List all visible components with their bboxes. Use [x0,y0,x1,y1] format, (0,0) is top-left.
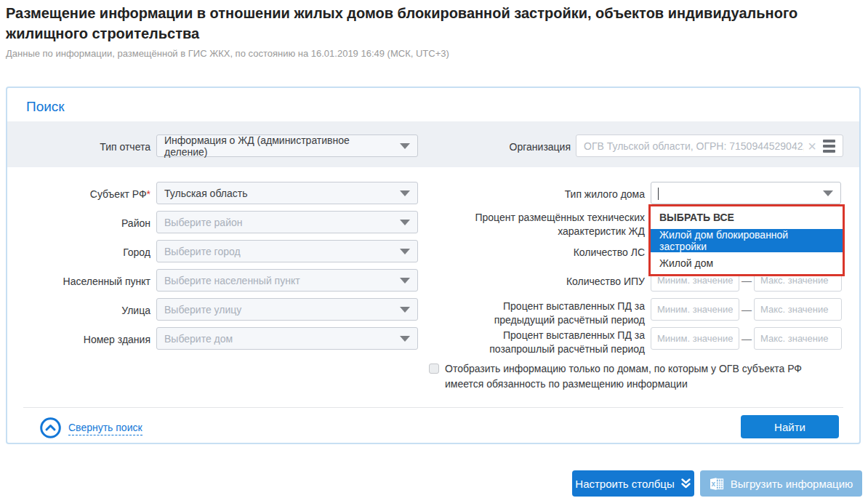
chevron-down-icon [400,336,410,342]
configure-columns-label: Настроить столбцы [575,478,674,490]
page-title: Размещение информации в отношении жилых … [6,3,864,44]
subject-rf-select[interactable]: Тульская область [156,182,418,204]
street-placeholder: Выберите улицу [164,304,241,316]
house-type-dropdown: ВЫБРАТЬ ВСЕ Жилой дом блокированной заст… [648,204,845,276]
only-obligated-checkbox[interactable] [429,364,439,374]
pd-previous-max-input[interactable] [754,298,842,321]
settlement-label: Населенный пункт [7,275,150,289]
chevron-down-icon [400,278,410,284]
collapse-search-link[interactable]: Свернуть поиск [68,422,142,435]
pd-previous-min-input[interactable] [651,298,739,321]
excel-icon: x [710,477,725,491]
svg-text:x: x [711,480,715,488]
range-separator: — [739,333,754,345]
city-select[interactable]: Выберите город [156,240,418,262]
percent-tech-label: Процент размещённых технических характер… [463,211,645,238]
subject-rf-label: Субъект РФ* [7,188,150,201]
report-type-label: Тип отчета [23,140,150,154]
dropdown-option-house[interactable]: Жилой дом [651,252,843,275]
district-select[interactable]: Выберите район [156,211,418,233]
street-label: Улица [7,304,150,318]
search-panel: Поиск Тип отчета Информация о ЖД (админи… [6,87,861,444]
text-cursor [658,188,659,200]
menu-icon[interactable] [820,138,838,154]
chevron-down-icon [400,307,410,313]
chevron-down-icon [823,190,833,196]
ls-count-label: Количество ЛС [463,246,645,260]
collapse-circle-icon[interactable] [39,417,62,439]
chevron-down-icon [400,190,410,196]
pd-previous-label: Процент выставленных ПД за предыдущий ра… [463,300,645,327]
organization-field[interactable]: ОГВ Тульской области, ОГРН: 715094452904… [576,134,843,157]
configure-columns-button[interactable]: Настроить столбцы [572,470,694,497]
only-obligated-checkbox-label: Отобразить информацию только по домам, п… [445,361,803,392]
pd-before-last-max-input[interactable] [754,327,842,350]
district-label: Район [7,217,150,230]
page: Размещение информации в отношении жилых … [0,0,868,498]
city-label: Город [7,246,150,260]
page-subtitle: Данные по информации, размещённой в ГИС … [6,48,805,59]
street-select[interactable]: Выберите улицу [156,298,418,321]
building-number-label: Номер здания [7,333,150,347]
export-information-label: Выгрузить информацию [731,478,853,490]
report-type-value: Информация о ЖД (административное делени… [164,134,395,158]
range-separator: — [739,275,754,286]
dropdown-option-select-all[interactable]: ВЫБРАТЬ ВСЕ [651,206,843,229]
pd-before-last-min-input[interactable] [651,327,739,350]
chevron-down-icon [400,220,410,225]
double-chevron-down-icon [680,478,691,489]
required-asterisk: * [147,188,150,200]
subject-rf-value: Тульская область [164,188,247,199]
range-separator: — [739,304,754,316]
dropdown-option-blocked-house[interactable]: Жилой дом блокированной застройки [651,229,843,252]
clear-icon[interactable]: × [804,139,820,153]
building-number-placeholder: Выберите дом [164,333,233,345]
chevron-down-icon [400,143,410,149]
divider [23,407,843,408]
settlement-placeholder: Выберите населенный пункт [164,275,300,286]
settlement-select[interactable]: Выберите населенный пункт [156,269,418,292]
pd-before-last-label: Процент выставленных ПД за позапрошлый р… [463,329,645,356]
report-type-select[interactable]: Информация о ЖД (административное делени… [156,134,418,157]
city-placeholder: Выберите город [164,246,241,257]
organization-label: Организация [443,140,571,154]
building-number-select[interactable]: Выберите дом [156,327,418,350]
ipu-count-label: Количество ИПУ [463,275,645,289]
district-placeholder: Выберите район [164,217,243,228]
house-type-label: Тип жилого дома [463,188,645,201]
find-button[interactable]: Найти [741,415,839,438]
search-panel-title: Поиск [26,99,65,115]
chevron-down-icon [400,249,410,254]
organization-value: ОГВ Тульской области, ОГРН: 715094452904… [584,140,804,152]
house-type-select[interactable] [651,182,841,204]
export-information-button[interactable]: x Выгрузить информацию [700,470,862,497]
